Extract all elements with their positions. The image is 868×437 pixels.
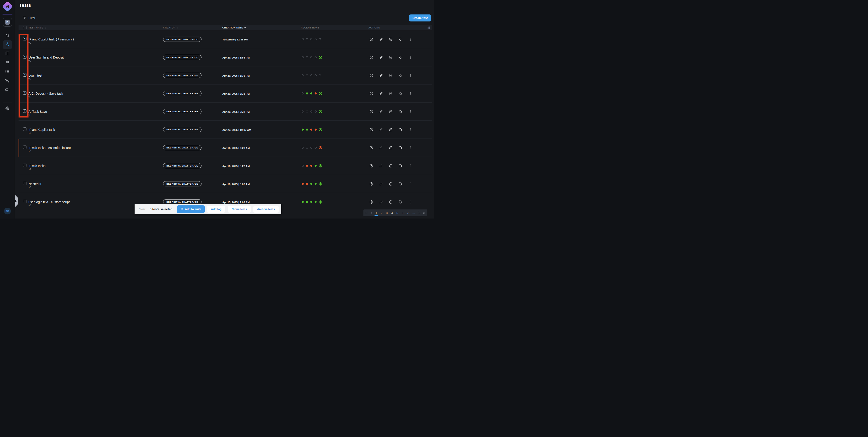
more-options-button[interactable] bbox=[408, 73, 412, 77]
previous-page-button[interactable] bbox=[370, 211, 373, 215]
edit-test-button[interactable] bbox=[379, 146, 383, 150]
tag-test-button[interactable] bbox=[399, 55, 403, 60]
test-name[interactable]: Nested IF bbox=[29, 182, 42, 186]
run-status-dot[interactable] bbox=[302, 201, 304, 203]
tag-test-button[interactable] bbox=[399, 73, 403, 77]
run-status-dot[interactable] bbox=[319, 56, 322, 59]
row-checkbox[interactable] bbox=[23, 145, 27, 149]
app-logo[interactable]: AI bbox=[3, 2, 12, 11]
run-status-dot[interactable] bbox=[302, 183, 304, 185]
test-name[interactable]: IF w/o tasks bbox=[29, 164, 45, 168]
run-status-dot[interactable] bbox=[319, 182, 322, 186]
more-options-button[interactable] bbox=[408, 55, 412, 60]
run-test-button[interactable] bbox=[369, 128, 373, 132]
next-page-button[interactable] bbox=[417, 211, 421, 215]
run-status-dot[interactable] bbox=[319, 146, 322, 149]
row-checkbox[interactable] bbox=[23, 37, 27, 40]
run-test-button[interactable] bbox=[369, 182, 373, 186]
tag-test-button[interactable] bbox=[399, 164, 403, 168]
run-status-dot[interactable] bbox=[315, 201, 317, 203]
test-name[interactable]: user login text - custom script bbox=[29, 200, 70, 204]
run-status-dot[interactable] bbox=[319, 92, 322, 95]
edit-test-button[interactable] bbox=[379, 200, 383, 204]
recent-runs[interactable] bbox=[301, 92, 368, 95]
filter-button[interactable]: Filter bbox=[23, 16, 35, 20]
run-status-dot[interactable] bbox=[306, 110, 308, 112]
add-tag-button[interactable]: Add tag bbox=[207, 206, 225, 213]
add-to-suite-row-button[interactable] bbox=[389, 200, 393, 204]
run-status-dot[interactable] bbox=[315, 56, 317, 58]
select-all-checkbox[interactable] bbox=[23, 26, 27, 29]
run-status-dot[interactable] bbox=[302, 38, 304, 40]
run-status-dot[interactable] bbox=[310, 165, 312, 167]
edit-test-button[interactable] bbox=[379, 37, 383, 41]
sidebar-item-tests[interactable] bbox=[3, 40, 12, 49]
run-status-dot[interactable] bbox=[319, 38, 321, 40]
run-status-dot[interactable] bbox=[306, 92, 308, 95]
run-test-button[interactable] bbox=[369, 73, 373, 77]
row-checkbox[interactable] bbox=[23, 73, 27, 77]
run-status-dot[interactable] bbox=[310, 129, 312, 131]
workspace-switcher[interactable]: D bbox=[3, 18, 12, 27]
sidebar-item-workflows[interactable] bbox=[3, 76, 12, 86]
column-header-creation-date[interactable]: CREATION DATE bbox=[222, 26, 301, 29]
more-options-button[interactable] bbox=[408, 128, 412, 132]
row-checkbox[interactable] bbox=[23, 55, 27, 59]
user-avatar[interactable]: DC bbox=[4, 208, 11, 214]
run-status-dot[interactable] bbox=[319, 164, 322, 167]
tag-test-button[interactable] bbox=[399, 200, 403, 204]
tag-test-button[interactable] bbox=[399, 128, 403, 132]
run-status-dot[interactable] bbox=[306, 183, 308, 185]
recent-runs[interactable] bbox=[301, 128, 368, 131]
first-page-button[interactable] bbox=[365, 211, 368, 215]
column-header-creator[interactable]: CREATOR bbox=[163, 26, 222, 29]
run-status-dot[interactable] bbox=[315, 183, 317, 185]
row-checkbox[interactable] bbox=[23, 91, 27, 95]
run-test-button[interactable] bbox=[369, 164, 373, 168]
run-test-button[interactable] bbox=[369, 92, 373, 96]
recent-runs[interactable] bbox=[301, 74, 368, 76]
tag-test-button[interactable] bbox=[399, 146, 403, 150]
edit-test-button[interactable] bbox=[379, 92, 383, 96]
test-name[interactable]: User Sign In and Deposit bbox=[29, 56, 64, 59]
more-options-button[interactable] bbox=[408, 110, 412, 114]
run-status-dot[interactable] bbox=[306, 165, 308, 167]
last-page-button[interactable] bbox=[422, 211, 426, 215]
test-name[interactable]: AI Task Save bbox=[29, 110, 47, 113]
page-number-2[interactable]: 2 bbox=[380, 211, 383, 215]
tag-test-button[interactable] bbox=[399, 182, 403, 186]
recent-runs[interactable] bbox=[301, 200, 368, 204]
clear-selection-button[interactable]: Clear bbox=[138, 208, 146, 211]
run-status-dot[interactable] bbox=[319, 110, 322, 113]
sidebar-item-recordings[interactable] bbox=[3, 86, 12, 95]
add-to-suite-row-button[interactable] bbox=[389, 73, 393, 77]
row-checkbox[interactable] bbox=[23, 128, 27, 131]
run-status-dot[interactable] bbox=[306, 147, 308, 149]
run-status-dot[interactable] bbox=[310, 183, 312, 185]
add-to-suite-row-button[interactable] bbox=[389, 37, 393, 41]
run-status-dot[interactable] bbox=[315, 38, 317, 40]
column-settings-icon[interactable] bbox=[427, 26, 430, 29]
test-name[interactable]: Login test bbox=[29, 74, 42, 77]
sidebar-item-home[interactable] bbox=[3, 31, 12, 40]
run-status-dot[interactable] bbox=[310, 147, 312, 149]
run-status-dot[interactable] bbox=[315, 165, 317, 167]
create-test-button[interactable]: Create test bbox=[409, 14, 431, 22]
run-status-dot[interactable] bbox=[310, 74, 312, 76]
sidebar-item-settings[interactable] bbox=[3, 104, 12, 113]
column-header-test-name[interactable]: TEST NAME bbox=[29, 26, 163, 29]
recent-runs[interactable] bbox=[301, 110, 368, 113]
more-options-button[interactable] bbox=[408, 182, 412, 186]
run-test-button[interactable] bbox=[369, 146, 373, 150]
run-status-dot[interactable] bbox=[310, 38, 312, 40]
test-name[interactable]: AIC: Deposit - Save task bbox=[29, 92, 63, 95]
page-number-4[interactable]: 4 bbox=[391, 211, 393, 215]
edit-test-button[interactable] bbox=[379, 55, 383, 60]
add-to-suite-row-button[interactable] bbox=[389, 182, 393, 186]
run-status-dot[interactable] bbox=[302, 56, 304, 58]
run-status-dot[interactable] bbox=[315, 147, 317, 149]
recent-runs[interactable] bbox=[301, 182, 368, 186]
test-name[interactable]: IF and Copilot task bbox=[29, 128, 55, 132]
edit-test-button[interactable] bbox=[379, 164, 383, 168]
recent-runs[interactable] bbox=[301, 38, 368, 40]
